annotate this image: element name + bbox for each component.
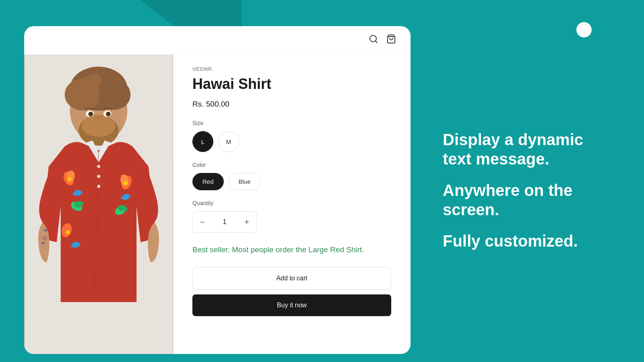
color-btn-red[interactable]: Red [192,173,224,190]
promo-line-3: Fully customized. [443,231,612,251]
product-title: Hawai Shirt [192,75,391,93]
color-label: Color [192,162,391,168]
color-btn-blue[interactable]: Blue [229,173,261,190]
buy-it-now-button[interactable]: Buy it now [192,294,391,316]
svg-point-18 [91,113,92,114]
right-panel: Display a dynamic text message. Anywhere… [423,26,632,354]
color-options: Red Blue [192,173,391,190]
promo-line-2: Anywhere on the screen. [443,181,612,219]
svg-point-17 [106,112,111,117]
svg-point-21 [99,120,104,123]
svg-point-19 [108,113,110,114]
svg-point-24 [68,177,72,181]
size-btn-m[interactable]: M [218,131,239,152]
quantity-control: − 1 + [192,211,257,233]
size-btn-l[interactable]: L [192,131,213,152]
svg-point-28 [66,230,70,234]
card-content: VEONR Hawai Shirt Rs. 500.00 Size L M Co… [24,55,411,354]
product-card: VEONR Hawai Shirt Rs. 500.00 Size L M Co… [24,26,411,354]
product-image-area [24,55,173,354]
dynamic-message: Best seller. Most people order the Large… [192,244,391,256]
search-icon[interactable] [369,34,378,46]
size-options: L M [192,131,391,152]
svg-point-31 [124,181,128,185]
svg-point-20 [93,120,98,123]
svg-line-1 [376,41,377,43]
size-label: Size [192,120,391,126]
quantity-value: 1 [212,218,237,226]
brand-name: VEONR [192,66,391,72]
product-details: VEONR Hawai Shirt Rs. 500.00 Size L M Co… [173,55,411,354]
svg-point-13 [82,115,115,137]
quantity-increase-button[interactable]: + [237,212,256,232]
svg-point-36 [97,175,100,178]
page: { "background": { "color": "#0e9e9e" }, … [0,0,644,362]
promo-line-1: Display a dynamic text message. [443,130,612,169]
product-image [24,55,173,354]
svg-point-16 [88,112,93,117]
product-price: Rs. 500.00 [192,100,391,109]
cart-icon[interactable] [386,34,396,46]
quantity-label: Quantity [192,200,391,206]
add-to-cart-button[interactable]: Add to cart [192,267,391,290]
quantity-decrease-button[interactable]: − [193,212,212,232]
card-header [24,26,411,55]
svg-point-11 [87,74,102,88]
